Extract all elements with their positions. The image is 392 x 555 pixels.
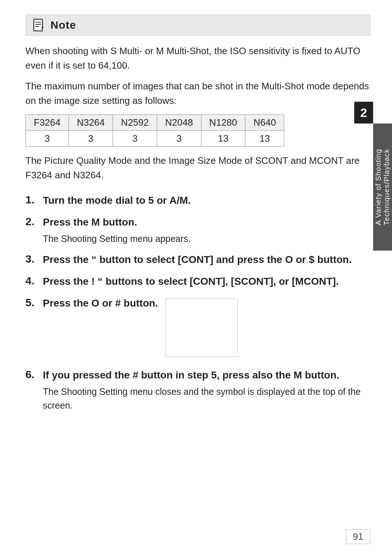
after-table-note: The Picture Quality Mode and the Image S… xyxy=(25,153,370,183)
step-6-main: If you pressed the # button in step 5, p… xyxy=(43,369,339,381)
steps-list: 1. Turn the mode dial to 5 or A/M. 2. Pr… xyxy=(25,193,370,413)
step-5-image xyxy=(165,299,238,357)
step-4-main: Press the ! “ buttons to select [CONT], … xyxy=(43,276,339,287)
step-5-number: 5. xyxy=(25,296,43,309)
step-5: 5. Press the O or # button. xyxy=(25,296,370,357)
step-1-content: Turn the mode dial to 5 or A/M. xyxy=(43,193,370,208)
step-4-number: 4. xyxy=(25,274,43,287)
note-icon xyxy=(32,19,45,32)
step-3-content: Press the “ button to select [CONT] and … xyxy=(43,252,370,267)
chapter-side-tab: A Variety of Shooting Techniques/Playbac… xyxy=(373,123,392,251)
step-2-number: 2. xyxy=(25,215,43,228)
page-number: 91 xyxy=(346,529,370,544)
step-2: 2. Press the M button. The Shooting Sett… xyxy=(25,215,370,246)
table-cell-2: 3 xyxy=(113,131,157,147)
step-6-sub: The Shooting Setting menu closes and the… xyxy=(43,385,370,412)
step-1-number: 1. xyxy=(25,193,43,206)
note-box: Note xyxy=(25,15,370,36)
table-cell-4: 13 xyxy=(201,131,245,147)
note-paragraph-1: When shooting with S Multi- or M Multi-S… xyxy=(25,44,370,73)
table-header-n3264: N3264 xyxy=(69,115,113,131)
table-header-f3264: F3264 xyxy=(26,115,69,131)
table-header-n2592: N2592 xyxy=(113,115,157,131)
image-size-table: F3264 N3264 N2592 N2048 N1280 N640 3 3 3… xyxy=(25,114,284,147)
table-cell-0: 3 xyxy=(26,131,69,147)
step-6: 6. If you pressed the # button in step 5… xyxy=(25,368,370,412)
chapter-number-badge: 2 xyxy=(354,102,373,123)
note-title: Note xyxy=(50,19,76,31)
step-5-main: Press the O or # button. xyxy=(43,297,158,309)
note-paragraph-2: The maximum number of images that can be… xyxy=(25,79,370,108)
step-3-number: 3. xyxy=(25,252,43,265)
step-1-main: Turn the mode dial to 5 or A/M. xyxy=(43,195,191,206)
step-4-content: Press the ! “ buttons to select [CONT], … xyxy=(43,274,370,289)
step-1: 1. Turn the mode dial to 5 or A/M. xyxy=(25,193,370,208)
table-row: 3 3 3 3 13 13 xyxy=(26,131,284,147)
step-2-sub: The Shooting Setting menu appears. xyxy=(43,232,370,246)
table-cell-1: 3 xyxy=(69,131,113,147)
table-header-n2048: N2048 xyxy=(157,115,201,131)
step-2-main: Press the M button. xyxy=(43,216,137,228)
step-6-content: If you pressed the # button in step 5, p… xyxy=(43,368,370,412)
table-header-row: F3264 N3264 N2592 N2048 N1280 N640 xyxy=(26,115,284,131)
step-2-content: Press the M button. The Shooting Setting… xyxy=(43,215,370,246)
svg-rect-0 xyxy=(34,19,42,31)
step-5-content: Press the O or # button. xyxy=(43,296,370,357)
table-header-n1280: N1280 xyxy=(201,115,245,131)
step-3-main: Press the “ button to select [CONT] and … xyxy=(43,254,352,265)
step-6-number: 6. xyxy=(25,368,43,381)
table-cell-5: 13 xyxy=(245,131,284,147)
step-4: 4. Press the ! “ buttons to select [CONT… xyxy=(25,274,370,289)
step-3: 3. Press the “ button to select [CONT] a… xyxy=(25,252,370,267)
table-cell-3: 3 xyxy=(157,131,201,147)
page-container: Note When shooting with S Multi- or M Mu… xyxy=(0,0,392,555)
table-header-n640: N640 xyxy=(245,115,284,131)
chapter-side-tab-label: A Variety of Shooting Techniques/Playbac… xyxy=(374,131,391,243)
